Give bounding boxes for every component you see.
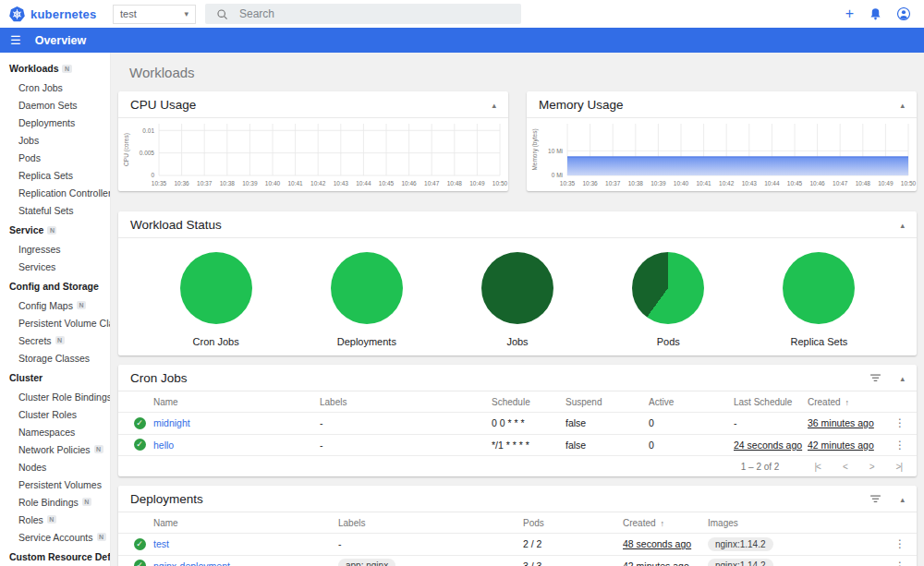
- kebab-menu-icon[interactable]: ⋮: [894, 560, 906, 566]
- sidebar-item[interactable]: Service N: [0, 219, 110, 240]
- table-header-row: Name Labels Pods Created↑ Images: [118, 512, 917, 533]
- sidebar-item-label: Jobs: [18, 135, 39, 146]
- svg-text:10:46: 10:46: [809, 180, 825, 187]
- labels-cell: -: [338, 538, 342, 549]
- sidebar-item[interactable]: Service Accounts N: [0, 528, 110, 546]
- collapse-card-icon[interactable]: ▴: [900, 374, 905, 383]
- sidebar-item[interactable]: Secrets N: [0, 331, 110, 349]
- kubernetes-logo[interactable]: kubernetes: [0, 6, 113, 22]
- sidebar-item[interactable]: Persistent Volumes: [0, 476, 110, 493]
- sidebar-item[interactable]: Workloads N: [0, 57, 110, 78]
- column-header-images[interactable]: Images: [708, 518, 883, 528]
- sidebar-item[interactable]: Replication Controllers: [0, 184, 110, 201]
- sidebar-item[interactable]: Cluster: [0, 367, 110, 388]
- collapse-card-icon[interactable]: ▴: [900, 101, 905, 110]
- status-ok-icon: ✓: [134, 439, 146, 451]
- resource-name-link[interactable]: test: [153, 538, 169, 549]
- sidebar-item[interactable]: Namespaces: [0, 423, 110, 440]
- search-bar[interactable]: [205, 4, 521, 24]
- sidebar-item[interactable]: Cluster Roles: [0, 405, 110, 423]
- sidebar-item[interactable]: Config and Storage: [0, 275, 110, 296]
- previous-page-icon[interactable]: <: [843, 462, 847, 472]
- kebab-menu-icon[interactable]: ⋮: [894, 537, 906, 550]
- svg-text:10:50: 10:50: [901, 180, 917, 187]
- sidebar-item[interactable]: Services: [0, 258, 110, 275]
- kebab-menu-icon[interactable]: ⋮: [894, 439, 906, 452]
- column-header-pods[interactable]: Pods: [523, 518, 623, 528]
- deployments-card: Deployments ▴ Name Labels Pods Created↑: [118, 486, 917, 566]
- namespace-selector[interactable]: test ▾: [113, 5, 196, 24]
- column-header-active[interactable]: Active: [649, 397, 734, 407]
- sidebar-item[interactable]: Persistent Volume Claims N: [0, 314, 110, 331]
- sidebar-item[interactable]: Jobs: [0, 131, 110, 149]
- last-schedule-cell: 24 seconds ago: [734, 440, 802, 451]
- main-content: Workloads CPU Usage ▴ 10:3510:3610:3710:…: [111, 53, 924, 566]
- sidebar-item[interactable]: Nodes: [0, 458, 110, 476]
- sidebar-item-label: Role Bindings: [18, 497, 79, 508]
- resource-name-link[interactable]: midnight: [153, 417, 190, 428]
- column-header-created[interactable]: Created↑: [808, 397, 883, 407]
- first-page-icon[interactable]: |<: [814, 462, 820, 472]
- sidebar-item[interactable]: Cron Jobs: [0, 78, 110, 96]
- svg-text:10:47: 10:47: [424, 180, 440, 187]
- workload-status-card: Workload Status ▴ Cron Jobs Deployments: [118, 211, 917, 355]
- sidebar-item[interactable]: Network Policies N: [0, 440, 110, 458]
- pie-chart: [180, 252, 252, 324]
- suspend-cell: false: [565, 417, 649, 428]
- sidebar-item[interactable]: Daemon Sets: [0, 96, 110, 114]
- label-chip: app: nginx: [338, 559, 395, 566]
- column-header-last-schedule[interactable]: Last Schedule: [734, 397, 808, 407]
- last-page-icon[interactable]: >|: [896, 462, 902, 472]
- namespaced-badge: N: [47, 515, 56, 524]
- notifications-bell-icon[interactable]: [869, 7, 881, 20]
- svg-text:CPU (cores): CPU (cores): [123, 133, 130, 166]
- svg-text:10:35: 10:35: [560, 180, 576, 187]
- namespaced-badge: N: [97, 533, 106, 541]
- create-resource-icon[interactable]: +: [845, 6, 854, 21]
- sidebar-item[interactable]: Ingresses: [0, 240, 110, 258]
- sidebar-item[interactable]: Storage Classes: [0, 349, 110, 367]
- sidebar-item[interactable]: Custom Resource Definitions: [0, 546, 110, 566]
- collapse-card-icon[interactable]: ▴: [900, 495, 905, 504]
- sidebar-item-label: Cluster: [9, 372, 43, 383]
- collapse-card-icon[interactable]: ▴: [492, 101, 496, 110]
- table-header-row: Name Labels Schedule Suspend Active Last…: [118, 391, 917, 412]
- column-header-schedule[interactable]: Schedule: [492, 397, 565, 407]
- hamburger-menu-icon[interactable]: ☰: [10, 33, 21, 47]
- kubernetes-wheel-icon: [9, 6, 25, 22]
- kebab-menu-icon[interactable]: ⋮: [894, 416, 906, 429]
- column-header-name[interactable]: Name: [153, 397, 320, 407]
- search-input[interactable]: [239, 7, 510, 20]
- pie-label: Pods: [593, 336, 744, 347]
- sidebar-item[interactable]: Pods: [0, 149, 110, 166]
- svg-text:10:40: 10:40: [674, 180, 689, 187]
- sidebar-item[interactable]: Roles N: [0, 511, 110, 528]
- column-header-labels[interactable]: Labels: [320, 397, 492, 407]
- column-header-name[interactable]: Name: [153, 518, 338, 528]
- sidebar-item[interactable]: Stateful Sets: [0, 201, 110, 219]
- next-page-icon[interactable]: >: [869, 462, 874, 472]
- user-account-icon[interactable]: [897, 7, 910, 20]
- image-chip: nginx:1.14.2: [708, 537, 773, 551]
- filter-icon[interactable]: [869, 495, 881, 503]
- created-cell: 42 minutes ago: [808, 440, 874, 451]
- sidebar-item[interactable]: Deployments: [0, 114, 110, 131]
- resource-name-link[interactable]: hello: [153, 440, 174, 451]
- column-header-suspend[interactable]: Suspend: [565, 397, 649, 407]
- svg-text:10:36: 10:36: [174, 180, 189, 187]
- sidebar-item[interactable]: Role Bindings N: [0, 493, 110, 511]
- svg-text:10:45: 10:45: [787, 180, 803, 187]
- svg-text:10:43: 10:43: [334, 180, 349, 187]
- pagination-range: 1 – 2 of 2: [741, 462, 780, 472]
- sidebar-item-label: Persistent Volumes: [18, 479, 102, 490]
- column-header-created[interactable]: Created↑: [623, 518, 708, 528]
- workload-status-pie: Jobs: [442, 252, 592, 347]
- collapse-card-icon[interactable]: ▴: [900, 221, 905, 230]
- resource-name-link[interactable]: nginx-deployment: [153, 560, 230, 566]
- filter-icon[interactable]: [869, 374, 881, 382]
- sidebar-item[interactable]: Replica Sets: [0, 166, 110, 184]
- sidebar-item[interactable]: Cluster Role Bindings: [0, 388, 110, 405]
- column-header-labels[interactable]: Labels: [338, 518, 523, 528]
- pods-cell: 2 / 2: [523, 538, 623, 549]
- sidebar-item[interactable]: Config Maps N: [0, 296, 110, 314]
